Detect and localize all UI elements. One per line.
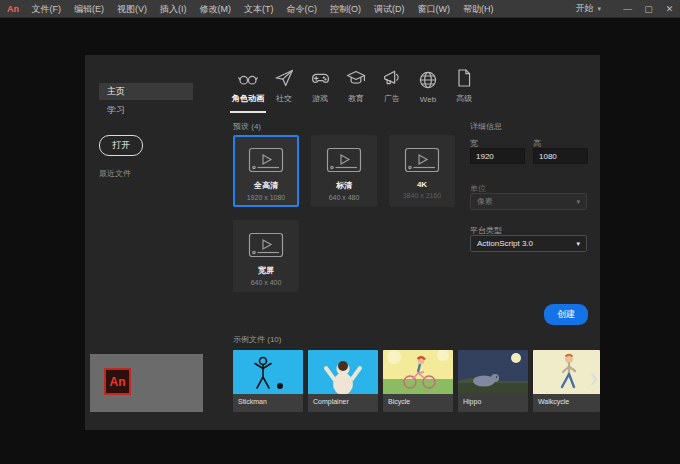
graduation-cap-icon	[346, 68, 366, 88]
sample-card-bicycle[interactable]: Bicycle	[383, 350, 453, 412]
chevron-down-icon: ▾	[576, 198, 580, 206]
preset-name: 宽屏	[258, 265, 274, 276]
recent-files-label: 最近文件	[99, 168, 131, 179]
chevron-down-icon: ▾	[576, 240, 580, 248]
sample-card-stickman[interactable]: Stickman	[233, 350, 303, 412]
unit-select: 像素 ▾	[470, 193, 587, 210]
animate-start-screen: An 文件(F) 编辑(E) 视图(V) 插入(I) 修改(M) 文本(T) 命…	[0, 0, 680, 464]
video-preset-icon	[326, 147, 362, 173]
app-logo-icon: An	[7, 4, 19, 14]
tab-label: Web	[420, 95, 436, 104]
globe-icon	[418, 70, 438, 90]
minimize-icon[interactable]: —	[617, 0, 638, 18]
platform-value: ActionScript 3.0	[477, 239, 533, 248]
menubar-right: 开始 ▾ — ▢ ✕	[575, 0, 680, 18]
maximize-icon[interactable]: ▢	[638, 0, 659, 18]
menu-debug[interactable]: 调试(D)	[368, 0, 412, 18]
preset-card-widescreen[interactable]: 宽屏 640 x 400	[233, 220, 299, 292]
menu-bar: An 文件(F) 编辑(E) 视图(V) 插入(I) 修改(M) 文本(T) 命…	[0, 0, 680, 18]
samples-header: 示例文件 (10)	[233, 334, 281, 345]
preset-card-4k[interactable]: 4K 3840 x 2160	[389, 135, 455, 207]
character-animation-icon	[238, 68, 258, 88]
presets-header: 预设 (4)	[233, 121, 261, 132]
close-icon[interactable]: ✕	[659, 0, 680, 18]
preset-card-sd[interactable]: 标清 640 x 480	[311, 135, 377, 207]
sidebar-item-home[interactable]: 主页	[99, 83, 193, 100]
workspace-switcher[interactable]: 开始 ▾	[575, 2, 601, 15]
menu-edit[interactable]: 编辑(E)	[68, 0, 111, 18]
tab-label: 高级	[456, 93, 472, 104]
open-button[interactable]: 打开	[99, 135, 143, 156]
chevron-down-icon: ▾	[597, 5, 601, 13]
preset-dimensions: 3840 x 2160	[403, 192, 442, 199]
preset-name: 标清	[336, 180, 352, 191]
menu-view[interactable]: 视图(V)	[111, 0, 154, 18]
document-icon	[454, 68, 474, 88]
sample-card-complainer[interactable]: Complainer	[308, 350, 378, 412]
details-header: 详细信息	[470, 121, 502, 132]
preset-name: 全高清	[254, 180, 278, 191]
height-input[interactable]	[533, 148, 588, 164]
tab-web[interactable]: Web	[410, 70, 446, 113]
menu-modify[interactable]: 修改(M)	[193, 0, 238, 18]
sample-title: Complainer	[308, 394, 378, 405]
menu-text[interactable]: 文本(T)	[238, 0, 281, 18]
preset-card-full-hd[interactable]: 全高清 1920 x 1080	[233, 135, 299, 207]
tab-label: 广告	[384, 93, 400, 104]
sample-title: Stickman	[233, 394, 303, 405]
menu-help[interactable]: 帮助(H)	[457, 0, 501, 18]
stickman-thumbnail	[233, 350, 303, 394]
preset-dimensions: 640 x 400	[251, 279, 282, 286]
video-preset-icon	[248, 232, 284, 258]
platform-select[interactable]: ActionScript 3.0 ▾	[470, 235, 587, 252]
bicycle-thumbnail	[383, 350, 453, 394]
preset-dimensions: 640 x 480	[329, 194, 360, 201]
animate-branding-box: An	[90, 354, 203, 412]
tab-education[interactable]: 教育	[338, 68, 374, 113]
video-preset-icon	[404, 147, 440, 173]
menu-insert[interactable]: 插入(I)	[154, 0, 194, 18]
create-button[interactable]: 创建	[544, 304, 588, 325]
animate-logo-icon: An	[104, 368, 131, 395]
sample-title: Walkcycle	[533, 394, 600, 405]
megaphone-icon	[382, 68, 402, 88]
menu-window[interactable]: 窗口(W)	[411, 0, 457, 18]
preset-dimensions: 1920 x 1080	[247, 194, 286, 201]
sample-title: Bicycle	[383, 394, 453, 405]
preset-name: 4K	[417, 180, 427, 189]
tab-label: 社交	[276, 93, 292, 104]
tab-games[interactable]: 游戏	[302, 68, 338, 113]
menu-control[interactable]: 控制(O)	[324, 0, 368, 18]
game-controller-icon	[310, 68, 330, 88]
menu-commands[interactable]: 命令(C)	[280, 0, 324, 18]
workspace-label: 开始	[575, 2, 593, 15]
sidebar-item-learn[interactable]: 学习	[99, 102, 193, 119]
tab-character-animation[interactable]: 角色动画	[230, 68, 266, 113]
samples-scroll-right-icon[interactable]: ❯	[589, 372, 598, 385]
tab-label: 教育	[348, 93, 364, 104]
video-preset-icon	[248, 147, 284, 173]
category-tabs: 角色动画 社交 游戏	[230, 68, 482, 113]
paper-plane-icon	[274, 68, 294, 88]
tab-advanced[interactable]: 高级	[446, 68, 482, 113]
tab-social[interactable]: 社交	[266, 68, 302, 113]
unit-value: 像素	[477, 196, 493, 207]
sample-card-hippo[interactable]: Hippo	[458, 350, 528, 412]
start-screen-panel: 主页 学习 打开 最近文件 角色动画 社交	[85, 55, 600, 430]
complainer-thumbnail	[308, 350, 378, 394]
tab-label: 游戏	[312, 93, 328, 104]
sample-title: Hippo	[458, 394, 528, 405]
tab-ads[interactable]: 广告	[374, 68, 410, 113]
width-input[interactable]	[470, 148, 525, 164]
hippo-thumbnail	[458, 350, 528, 394]
menu-file[interactable]: 文件(F)	[25, 0, 68, 18]
tab-label: 角色动画	[232, 93, 264, 104]
